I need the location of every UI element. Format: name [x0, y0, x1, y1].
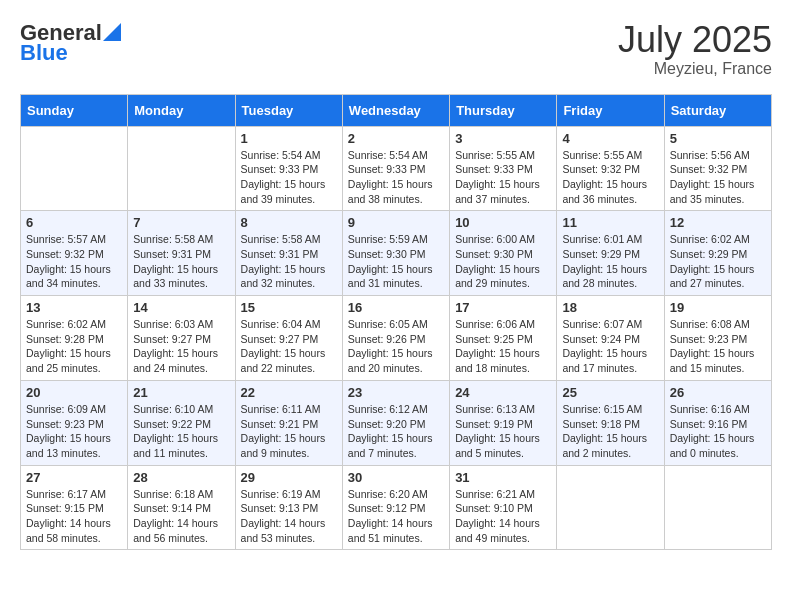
table-row: 19Sunrise: 6:08 AM Sunset: 9:23 PM Dayli… — [664, 296, 771, 381]
day-number: 29 — [241, 470, 337, 485]
day-number: 22 — [241, 385, 337, 400]
table-row: 4Sunrise: 5:55 AM Sunset: 9:32 PM Daylig… — [557, 126, 664, 211]
day-detail: Sunrise: 6:02 AM Sunset: 9:29 PM Dayligh… — [670, 232, 766, 291]
table-row: 17Sunrise: 6:06 AM Sunset: 9:25 PM Dayli… — [450, 296, 557, 381]
day-detail: Sunrise: 6:01 AM Sunset: 9:29 PM Dayligh… — [562, 232, 658, 291]
table-row: 2Sunrise: 5:54 AM Sunset: 9:33 PM Daylig… — [342, 126, 449, 211]
table-row: 24Sunrise: 6:13 AM Sunset: 9:19 PM Dayli… — [450, 380, 557, 465]
table-row: 10Sunrise: 6:00 AM Sunset: 9:30 PM Dayli… — [450, 211, 557, 296]
table-row — [128, 126, 235, 211]
day-number: 9 — [348, 215, 444, 230]
table-row: 26Sunrise: 6:16 AM Sunset: 9:16 PM Dayli… — [664, 380, 771, 465]
day-number: 1 — [241, 131, 337, 146]
col-tuesday: Tuesday — [235, 94, 342, 126]
day-detail: Sunrise: 6:11 AM Sunset: 9:21 PM Dayligh… — [241, 402, 337, 461]
table-row: 13Sunrise: 6:02 AM Sunset: 9:28 PM Dayli… — [21, 296, 128, 381]
logo-triangle-icon — [103, 23, 121, 41]
table-row: 1Sunrise: 5:54 AM Sunset: 9:33 PM Daylig… — [235, 126, 342, 211]
day-detail: Sunrise: 6:06 AM Sunset: 9:25 PM Dayligh… — [455, 317, 551, 376]
day-number: 3 — [455, 131, 551, 146]
day-detail: Sunrise: 6:07 AM Sunset: 9:24 PM Dayligh… — [562, 317, 658, 376]
day-number: 12 — [670, 215, 766, 230]
table-row: 22Sunrise: 6:11 AM Sunset: 9:21 PM Dayli… — [235, 380, 342, 465]
day-number: 25 — [562, 385, 658, 400]
col-saturday: Saturday — [664, 94, 771, 126]
col-monday: Monday — [128, 94, 235, 126]
table-row — [557, 465, 664, 550]
table-row: 9Sunrise: 5:59 AM Sunset: 9:30 PM Daylig… — [342, 211, 449, 296]
day-number: 23 — [348, 385, 444, 400]
table-row — [21, 126, 128, 211]
day-number: 11 — [562, 215, 658, 230]
day-detail: Sunrise: 6:09 AM Sunset: 9:23 PM Dayligh… — [26, 402, 122, 461]
day-number: 30 — [348, 470, 444, 485]
day-number: 26 — [670, 385, 766, 400]
day-number: 13 — [26, 300, 122, 315]
page-header: General Blue July 2025 Meyzieu, France — [20, 20, 772, 78]
day-detail: Sunrise: 5:55 AM Sunset: 9:32 PM Dayligh… — [562, 148, 658, 207]
day-number: 5 — [670, 131, 766, 146]
day-detail: Sunrise: 6:16 AM Sunset: 9:16 PM Dayligh… — [670, 402, 766, 461]
day-detail: Sunrise: 5:59 AM Sunset: 9:30 PM Dayligh… — [348, 232, 444, 291]
table-row: 20Sunrise: 6:09 AM Sunset: 9:23 PM Dayli… — [21, 380, 128, 465]
title-section: July 2025 Meyzieu, France — [618, 20, 772, 78]
day-number: 28 — [133, 470, 229, 485]
table-row: 14Sunrise: 6:03 AM Sunset: 9:27 PM Dayli… — [128, 296, 235, 381]
day-number: 21 — [133, 385, 229, 400]
day-number: 8 — [241, 215, 337, 230]
day-number: 24 — [455, 385, 551, 400]
day-detail: Sunrise: 6:19 AM Sunset: 9:13 PM Dayligh… — [241, 487, 337, 546]
col-thursday: Thursday — [450, 94, 557, 126]
logo: General Blue — [20, 20, 121, 66]
day-number: 6 — [26, 215, 122, 230]
day-number: 18 — [562, 300, 658, 315]
table-row: 16Sunrise: 6:05 AM Sunset: 9:26 PM Dayli… — [342, 296, 449, 381]
day-number: 15 — [241, 300, 337, 315]
calendar-table: Sunday Monday Tuesday Wednesday Thursday… — [20, 94, 772, 551]
day-detail: Sunrise: 6:03 AM Sunset: 9:27 PM Dayligh… — [133, 317, 229, 376]
calendar-week-row: 13Sunrise: 6:02 AM Sunset: 9:28 PM Dayli… — [21, 296, 772, 381]
table-row: 30Sunrise: 6:20 AM Sunset: 9:12 PM Dayli… — [342, 465, 449, 550]
calendar-week-row: 27Sunrise: 6:17 AM Sunset: 9:15 PM Dayli… — [21, 465, 772, 550]
day-detail: Sunrise: 6:05 AM Sunset: 9:26 PM Dayligh… — [348, 317, 444, 376]
table-row: 27Sunrise: 6:17 AM Sunset: 9:15 PM Dayli… — [21, 465, 128, 550]
table-row — [664, 465, 771, 550]
day-detail: Sunrise: 5:58 AM Sunset: 9:31 PM Dayligh… — [133, 232, 229, 291]
day-number: 7 — [133, 215, 229, 230]
day-number: 10 — [455, 215, 551, 230]
day-number: 17 — [455, 300, 551, 315]
day-detail: Sunrise: 6:12 AM Sunset: 9:20 PM Dayligh… — [348, 402, 444, 461]
day-detail: Sunrise: 5:54 AM Sunset: 9:33 PM Dayligh… — [348, 148, 444, 207]
day-detail: Sunrise: 6:08 AM Sunset: 9:23 PM Dayligh… — [670, 317, 766, 376]
day-number: 20 — [26, 385, 122, 400]
day-detail: Sunrise: 6:18 AM Sunset: 9:14 PM Dayligh… — [133, 487, 229, 546]
day-detail: Sunrise: 6:00 AM Sunset: 9:30 PM Dayligh… — [455, 232, 551, 291]
table-row: 18Sunrise: 6:07 AM Sunset: 9:24 PM Dayli… — [557, 296, 664, 381]
day-detail: Sunrise: 6:10 AM Sunset: 9:22 PM Dayligh… — [133, 402, 229, 461]
calendar-header-row: Sunday Monday Tuesday Wednesday Thursday… — [21, 94, 772, 126]
month-year-title: July 2025 — [618, 20, 772, 60]
table-row: 25Sunrise: 6:15 AM Sunset: 9:18 PM Dayli… — [557, 380, 664, 465]
table-row: 31Sunrise: 6:21 AM Sunset: 9:10 PM Dayli… — [450, 465, 557, 550]
day-detail: Sunrise: 6:02 AM Sunset: 9:28 PM Dayligh… — [26, 317, 122, 376]
day-detail: Sunrise: 6:15 AM Sunset: 9:18 PM Dayligh… — [562, 402, 658, 461]
table-row: 11Sunrise: 6:01 AM Sunset: 9:29 PM Dayli… — [557, 211, 664, 296]
day-number: 2 — [348, 131, 444, 146]
table-row: 12Sunrise: 6:02 AM Sunset: 9:29 PM Dayli… — [664, 211, 771, 296]
day-number: 14 — [133, 300, 229, 315]
location-subtitle: Meyzieu, France — [618, 60, 772, 78]
day-detail: Sunrise: 6:20 AM Sunset: 9:12 PM Dayligh… — [348, 487, 444, 546]
svg-marker-0 — [103, 23, 121, 41]
day-detail: Sunrise: 6:21 AM Sunset: 9:10 PM Dayligh… — [455, 487, 551, 546]
day-detail: Sunrise: 5:55 AM Sunset: 9:33 PM Dayligh… — [455, 148, 551, 207]
day-number: 19 — [670, 300, 766, 315]
calendar-week-row: 1Sunrise: 5:54 AM Sunset: 9:33 PM Daylig… — [21, 126, 772, 211]
table-row: 28Sunrise: 6:18 AM Sunset: 9:14 PM Dayli… — [128, 465, 235, 550]
col-wednesday: Wednesday — [342, 94, 449, 126]
day-number: 4 — [562, 131, 658, 146]
day-detail: Sunrise: 5:56 AM Sunset: 9:32 PM Dayligh… — [670, 148, 766, 207]
col-friday: Friday — [557, 94, 664, 126]
calendar-week-row: 20Sunrise: 6:09 AM Sunset: 9:23 PM Dayli… — [21, 380, 772, 465]
table-row: 21Sunrise: 6:10 AM Sunset: 9:22 PM Dayli… — [128, 380, 235, 465]
day-detail: Sunrise: 5:54 AM Sunset: 9:33 PM Dayligh… — [241, 148, 337, 207]
